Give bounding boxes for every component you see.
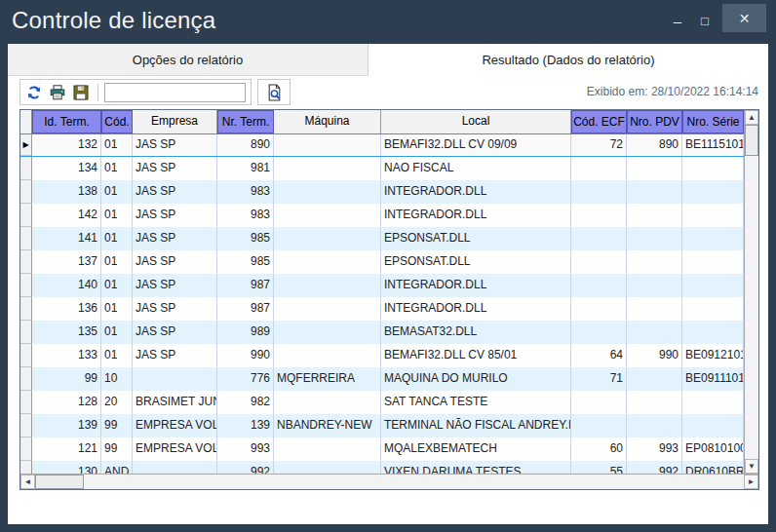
table-cell: MAQUINA DO MURILO [381, 367, 571, 391]
table-cell: 72 [571, 134, 627, 156]
scroll-right-button[interactable]: ► [744, 475, 758, 489]
column-header-1[interactable]: Cód. [101, 110, 133, 133]
table-cell: DR0610BR00 [682, 461, 744, 474]
row-indicator [20, 391, 32, 414]
table-cell: 01 [101, 134, 133, 156]
table-cell: 01 [101, 250, 133, 274]
scroll-left-button[interactable]: ◄ [20, 475, 35, 489]
column-header-7[interactable]: Nro. PDV [627, 110, 682, 133]
grid-header-row: Id. Term.Cód.EmpresaNr. Term.MáquinaLoca… [20, 110, 744, 133]
table-cell: 993 [217, 437, 274, 461]
table-row[interactable]: 12199EMPRESA VOLPE993MQALEXBEMATECH60993… [20, 437, 744, 461]
row-indicator [20, 274, 32, 297]
table-cell: 141 [32, 227, 101, 250]
table-cell [682, 180, 744, 204]
table-row[interactable]: 14201JAS SP983INTEGRADOR.DLL [20, 204, 744, 227]
table-row[interactable]: 13701JAS SP985EPSONSAT.DLL [20, 250, 744, 274]
column-header-4[interactable]: Máquina [274, 110, 381, 133]
table-cell: 142 [32, 204, 101, 227]
table-row[interactable]: 13601JAS SP987INTEGRADOR.DLL [20, 297, 744, 321]
grid-viewport: Id. Term.Cód.EmpresaNr. Term.MáquinaLoca… [20, 110, 744, 474]
table-cell: 989 [217, 321, 274, 344]
titlebar: Controle de licença – □ ✕ [0, 0, 776, 44]
column-header-8[interactable]: Nro. Série [682, 110, 744, 133]
maximize-icon: □ [701, 14, 709, 28]
row-indicator [20, 344, 32, 367]
scroll-down-button[interactable]: ▼ [745, 459, 758, 474]
grid-body: ▶13201JAS SP890BEMAFI32.DLL CV 09/097289… [20, 133, 744, 474]
table-cell: 992 [217, 461, 274, 474]
column-header-2[interactable]: Empresa [133, 110, 217, 133]
table-cell: BE09121010 [682, 344, 744, 367]
tab-resultado-dados-do-relatorio[interactable]: Resultado (Dados do relatório) [369, 44, 768, 76]
table-row[interactable]: 13501JAS SP989BEMASAT32.DLL [20, 321, 744, 344]
table-cell [627, 321, 682, 344]
table-cell [133, 461, 217, 474]
table-cell [627, 227, 682, 250]
table-cell: 136 [32, 297, 101, 321]
table-cell [571, 180, 627, 204]
tab-opcoes-do-relatorio[interactable]: Opções do relatório [8, 44, 369, 76]
refresh-button[interactable] [25, 84, 43, 101]
table-cell [627, 157, 682, 180]
table-cell: 890 [217, 134, 274, 156]
table-cell: TERMINAL NÃO FISCAL ANDREY.HEN [381, 414, 571, 437]
table-cell [133, 367, 217, 391]
table-cell [274, 274, 381, 297]
row-indicator-header [20, 110, 32, 133]
save-button[interactable] [72, 84, 90, 101]
column-header-3[interactable]: Nr. Term. [217, 110, 274, 133]
table-row[interactable]: 14101JAS SP985EPSONSAT.DLL [20, 227, 744, 250]
vertical-scrollbar[interactable]: ▲ ▼ [744, 110, 758, 474]
table-cell: 993 [627, 437, 682, 461]
column-header-6[interactable]: Cód. ECF [571, 110, 627, 133]
horizontal-scrollbar[interactable]: ◄ ► [20, 474, 758, 489]
table-cell [571, 321, 627, 344]
table-cell: 990 [217, 344, 274, 367]
filter-input[interactable] [104, 83, 246, 102]
table-cell [682, 227, 744, 250]
table-row[interactable]: 14001JAS SP987INTEGRADOR.DLL [20, 274, 744, 297]
close-button[interactable]: ✕ [722, 4, 766, 32]
table-cell: INTEGRADOR.DLL [381, 274, 571, 297]
column-header-0[interactable]: Id. Term. [32, 110, 101, 133]
column-header-5[interactable]: Local [381, 110, 571, 133]
table-cell [274, 344, 381, 367]
table-cell [627, 414, 682, 437]
app-window: Controle de licença – □ ✕ Opções do rela… [0, 0, 776, 532]
table-cell [627, 297, 682, 321]
vertical-scroll-thumb[interactable] [745, 125, 758, 156]
toolbar-separator [97, 84, 98, 101]
table-cell: 135 [32, 321, 101, 344]
minimize-button[interactable]: – [665, 8, 690, 33]
table-row[interactable]: 13401JAS SP981NAO FISCAL [20, 157, 744, 180]
table-cell [682, 414, 744, 437]
table-cell: 20 [101, 391, 133, 414]
scroll-up-button[interactable]: ▲ [745, 110, 758, 125]
table-row[interactable]: 130AND992VIXEN DARUMA TESTES55992DR0610B… [20, 461, 744, 474]
maximize-button[interactable]: □ [692, 8, 718, 33]
table-row[interactable]: 12820BRASIMET JUNDIA982SAT TANCA TESTE [20, 391, 744, 414]
table-cell: 992 [627, 461, 682, 474]
data-grid: Id. Term.Cód.EmpresaNr. Term.MáquinaLoca… [19, 109, 759, 490]
table-cell: JAS SP [133, 250, 217, 274]
table-row[interactable]: 9910776MQFERREIRAMAQUINA DO MURILO71BE09… [20, 367, 744, 391]
displayed-at-label: Exibido em: 28/10/2022 16:14:14 [587, 85, 758, 98]
table-cell: EP08101000 [682, 437, 744, 461]
preview-button[interactable] [257, 79, 291, 105]
table-cell: 01 [101, 274, 133, 297]
horizontal-scroll-thumb[interactable] [35, 475, 84, 489]
preview-icon [266, 84, 283, 101]
table-row[interactable]: 13801JAS SP983INTEGRADOR.DLL [20, 180, 744, 204]
row-indicator [20, 367, 32, 391]
table-row[interactable]: ▶13201JAS SP890BEMAFI32.DLL CV 09/097289… [20, 133, 744, 157]
table-cell: JAS SP [133, 274, 217, 297]
table-cell: EMPRESA VOLPE [133, 437, 217, 461]
table-cell [627, 180, 682, 204]
table-cell [274, 134, 381, 156]
print-button[interactable] [49, 84, 66, 101]
table-cell: 01 [101, 227, 133, 250]
table-cell: 10 [101, 367, 133, 391]
table-row[interactable]: 13301JAS SP990BEMAFI32.DLL CV 85/0164990… [20, 344, 744, 367]
table-row[interactable]: 13999EMPRESA VOLPE139NBANDREY-NEWTERMINA… [20, 414, 744, 437]
